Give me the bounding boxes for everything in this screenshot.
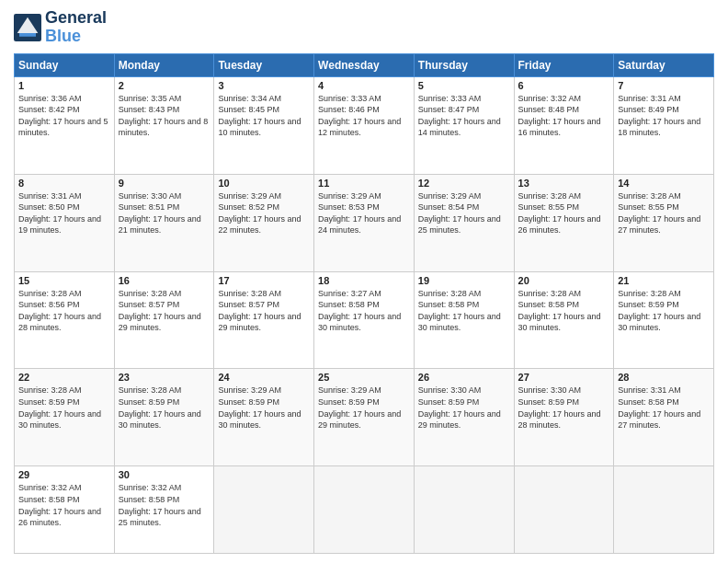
cell-info: Sunrise: 3:28 AMSunset: 8:59 PMDaylight:… (119, 385, 210, 431)
header: General Blue (14, 9, 714, 46)
cell-info: Sunrise: 3:29 AMSunset: 8:53 PMDaylight:… (318, 190, 410, 236)
calendar-cell (514, 466, 614, 554)
cell-info: Sunrise: 3:31 AMSunset: 8:58 PMDaylight:… (618, 385, 710, 431)
day-number: 19 (418, 275, 510, 286)
calendar-cell: 27Sunrise: 3:30 AMSunset: 8:59 PMDayligh… (514, 369, 614, 466)
svg-rect-2 (19, 33, 36, 37)
day-number: 1 (18, 80, 110, 91)
calendar-cell: 19Sunrise: 3:28 AMSunset: 8:58 PMDayligh… (414, 271, 514, 369)
calendar-cell: 28Sunrise: 3:31 AMSunset: 8:58 PMDayligh… (614, 369, 714, 466)
cell-info: Sunrise: 3:28 AMSunset: 8:57 PMDaylight:… (218, 288, 310, 334)
day-number: 9 (119, 178, 210, 189)
calendar-cell: 26Sunrise: 3:30 AMSunset: 8:59 PMDayligh… (414, 369, 514, 466)
day-number: 18 (318, 275, 410, 286)
cell-info: Sunrise: 3:31 AMSunset: 8:50 PMDaylight:… (18, 190, 110, 236)
day-number: 4 (318, 80, 410, 91)
cell-info: Sunrise: 3:28 AMSunset: 8:58 PMDaylight:… (418, 288, 510, 334)
calendar-cell: 6Sunrise: 3:32 AMSunset: 8:48 PMDaylight… (514, 76, 614, 174)
calendar-week-row: 8Sunrise: 3:31 AMSunset: 8:50 PMDaylight… (15, 174, 714, 271)
calendar-cell: 20Sunrise: 3:28 AMSunset: 8:58 PMDayligh… (514, 271, 614, 369)
calendar-cell: 25Sunrise: 3:29 AMSunset: 8:59 PMDayligh… (314, 369, 415, 466)
day-number: 10 (218, 178, 310, 189)
cell-info: Sunrise: 3:28 AMSunset: 8:57 PMDaylight:… (119, 288, 210, 334)
day-number: 16 (119, 275, 210, 286)
calendar-cell: 23Sunrise: 3:28 AMSunset: 8:59 PMDayligh… (114, 369, 214, 466)
weekday-header-friday: Friday (514, 53, 614, 76)
cell-info: Sunrise: 3:32 AMSunset: 8:48 PMDaylight:… (518, 93, 610, 139)
weekday-header-monday: Monday (114, 53, 214, 76)
cell-info: Sunrise: 3:31 AMSunset: 8:49 PMDaylight:… (618, 93, 710, 139)
cell-info: Sunrise: 3:33 AMSunset: 8:47 PMDaylight:… (418, 93, 510, 139)
cell-info: Sunrise: 3:28 AMSunset: 8:58 PMDaylight:… (518, 288, 610, 334)
cell-info: Sunrise: 3:32 AMSunset: 8:58 PMDaylight:… (18, 482, 110, 528)
day-number: 2 (119, 80, 210, 91)
calendar-cell (614, 466, 714, 554)
cell-info: Sunrise: 3:28 AMSunset: 8:59 PMDaylight:… (18, 385, 110, 431)
cell-info: Sunrise: 3:35 AMSunset: 8:43 PMDaylight:… (119, 93, 210, 139)
day-number: 27 (518, 372, 610, 383)
calendar-cell (414, 466, 514, 554)
day-number: 30 (119, 469, 210, 480)
calendar-cell: 1Sunrise: 3:36 AMSunset: 8:42 PMDaylight… (15, 76, 115, 174)
page: General Blue SundayMondayTuesdayWednesda… (0, 0, 728, 563)
day-number: 26 (418, 372, 510, 383)
cell-info: Sunrise: 3:30 AMSunset: 8:59 PMDaylight:… (418, 385, 510, 431)
cell-info: Sunrise: 3:28 AMSunset: 8:55 PMDaylight:… (618, 190, 710, 236)
day-number: 23 (119, 372, 210, 383)
day-number: 15 (18, 275, 110, 286)
calendar-cell: 13Sunrise: 3:28 AMSunset: 8:55 PMDayligh… (514, 174, 614, 271)
day-number: 20 (518, 275, 610, 286)
calendar-cell (214, 466, 314, 554)
day-number: 6 (518, 80, 610, 91)
cell-info: Sunrise: 3:28 AMSunset: 8:56 PMDaylight:… (18, 288, 110, 334)
day-number: 29 (18, 469, 110, 480)
weekday-header-saturday: Saturday (614, 53, 714, 76)
day-number: 13 (518, 178, 610, 189)
weekday-header-tuesday: Tuesday (214, 53, 314, 76)
calendar-cell: 24Sunrise: 3:29 AMSunset: 8:59 PMDayligh… (214, 369, 314, 466)
calendar-week-row: 1Sunrise: 3:36 AMSunset: 8:42 PMDaylight… (15, 76, 714, 174)
calendar-cell: 2Sunrise: 3:35 AMSunset: 8:43 PMDaylight… (114, 76, 214, 174)
cell-info: Sunrise: 3:34 AMSunset: 8:45 PMDaylight:… (218, 93, 310, 139)
calendar-cell: 11Sunrise: 3:29 AMSunset: 8:53 PMDayligh… (314, 174, 415, 271)
calendar-cell: 3Sunrise: 3:34 AMSunset: 8:45 PMDaylight… (214, 76, 314, 174)
day-number: 12 (418, 178, 510, 189)
day-number: 5 (418, 80, 510, 91)
day-number: 7 (618, 80, 710, 91)
day-number: 28 (618, 372, 710, 383)
day-number: 22 (18, 372, 110, 383)
calendar-cell: 5Sunrise: 3:33 AMSunset: 8:47 PMDaylight… (414, 76, 514, 174)
weekday-header-thursday: Thursday (414, 53, 514, 76)
cell-info: Sunrise: 3:27 AMSunset: 8:58 PMDaylight:… (318, 288, 410, 334)
cell-info: Sunrise: 3:36 AMSunset: 8:42 PMDaylight:… (18, 93, 110, 139)
day-number: 14 (618, 178, 710, 189)
calendar-cell: 22Sunrise: 3:28 AMSunset: 8:59 PMDayligh… (15, 369, 115, 466)
calendar-cell (314, 466, 415, 554)
cell-info: Sunrise: 3:28 AMSunset: 8:59 PMDaylight:… (618, 288, 710, 334)
calendar-cell: 9Sunrise: 3:30 AMSunset: 8:51 PMDaylight… (114, 174, 214, 271)
calendar-cell: 4Sunrise: 3:33 AMSunset: 8:46 PMDaylight… (314, 76, 415, 174)
calendar-table: SundayMondayTuesdayWednesdayThursdayFrid… (14, 53, 714, 554)
calendar-cell: 29Sunrise: 3:32 AMSunset: 8:58 PMDayligh… (15, 466, 115, 554)
calendar-cell: 21Sunrise: 3:28 AMSunset: 8:59 PMDayligh… (614, 271, 714, 369)
day-number: 25 (318, 372, 410, 383)
logo-text: General Blue (45, 9, 107, 46)
calendar-cell: 16Sunrise: 3:28 AMSunset: 8:57 PMDayligh… (114, 271, 214, 369)
calendar-week-row: 15Sunrise: 3:28 AMSunset: 8:56 PMDayligh… (15, 271, 714, 369)
calendar-header-row: SundayMondayTuesdayWednesdayThursdayFrid… (15, 53, 714, 76)
calendar-cell: 18Sunrise: 3:27 AMSunset: 8:58 PMDayligh… (314, 271, 415, 369)
weekday-header-sunday: Sunday (15, 53, 115, 76)
weekday-header-wednesday: Wednesday (314, 53, 415, 76)
cell-info: Sunrise: 3:30 AMSunset: 8:51 PMDaylight:… (119, 190, 210, 236)
logo-icon (14, 14, 41, 41)
calendar-cell: 10Sunrise: 3:29 AMSunset: 8:52 PMDayligh… (214, 174, 314, 271)
day-number: 3 (218, 80, 310, 91)
day-number: 24 (218, 372, 310, 383)
calendar-cell: 8Sunrise: 3:31 AMSunset: 8:50 PMDaylight… (15, 174, 115, 271)
cell-info: Sunrise: 3:30 AMSunset: 8:59 PMDaylight:… (518, 385, 610, 431)
cell-info: Sunrise: 3:32 AMSunset: 8:58 PMDaylight:… (119, 482, 210, 528)
cell-info: Sunrise: 3:28 AMSunset: 8:55 PMDaylight:… (518, 190, 610, 236)
cell-info: Sunrise: 3:29 AMSunset: 8:54 PMDaylight:… (418, 190, 510, 236)
logo: General Blue (14, 9, 107, 46)
cell-info: Sunrise: 3:33 AMSunset: 8:46 PMDaylight:… (318, 93, 410, 139)
